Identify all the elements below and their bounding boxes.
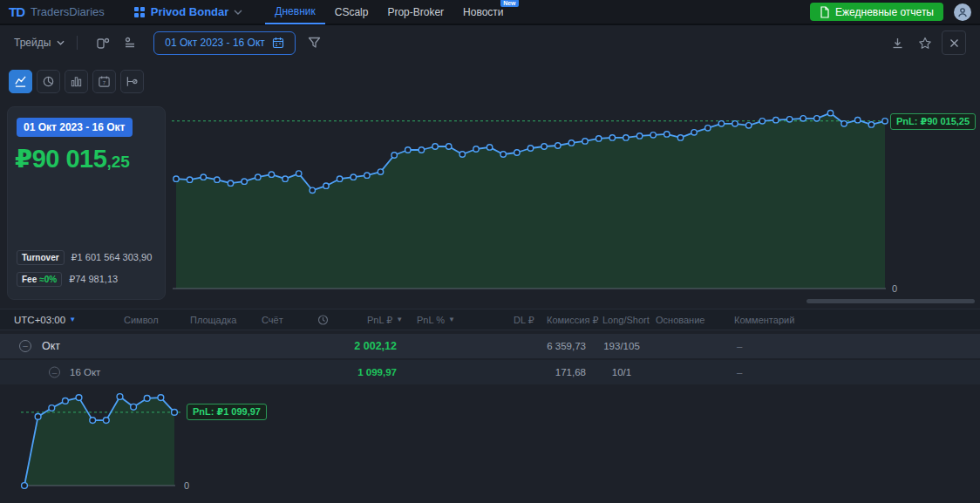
tab-diary[interactable]: Дневник bbox=[265, 0, 324, 24]
duration-clock-icon[interactable] bbox=[317, 314, 329, 325]
row-label: 16 Окт bbox=[70, 367, 100, 377]
row-pnl-value: 1 099,97 bbox=[310, 367, 397, 377]
row-long-short: 10/1 bbox=[578, 367, 665, 377]
column-header-dl: DL ₽ bbox=[514, 314, 534, 325]
row-label: Окт bbox=[42, 340, 60, 352]
column-header-commission: Комиссия ₽ bbox=[547, 314, 598, 325]
new-badge: New bbox=[500, 0, 518, 7]
filters-toolbar: Трейды 01 Окт 2023 - 16 Окт bbox=[0, 27, 980, 58]
column-header-comment: Комментарий bbox=[734, 315, 794, 325]
tab-news[interactable]: Новости New bbox=[453, 0, 513, 24]
column-header-symbol: Символ bbox=[124, 315, 159, 325]
workspace-grid-icon bbox=[134, 7, 145, 17]
card-stats: Turnover ₽1 601 564 303,90 Fee≈0% ₽74 98… bbox=[17, 250, 160, 287]
trades-table-header: UTC+03:00▼ Символ Площадка Счёт PnL ₽▼ P… bbox=[0, 309, 980, 330]
pnl-summary-card: 01 Окт 2023 - 16 Окт ₽90 015,25 Turnover… bbox=[7, 106, 166, 300]
caret-down-icon: ▼ bbox=[69, 316, 76, 323]
list-view-icon[interactable] bbox=[123, 36, 137, 50]
total-pnl-value: ₽90 015,25 bbox=[15, 144, 130, 173]
tab-cscalp[interactable]: CScalp bbox=[325, 0, 378, 24]
trades-mode-dropdown[interactable]: Трейды bbox=[14, 37, 65, 49]
horizontal-scrollbar[interactable] bbox=[806, 299, 975, 303]
timezone-dropdown[interactable]: UTC+03:00▼ bbox=[14, 315, 76, 325]
favorite-star-icon[interactable] bbox=[914, 31, 936, 54]
row-commission-value: 6 359,73 bbox=[499, 341, 586, 351]
svg-text:0: 0 bbox=[892, 283, 897, 294]
chart-type-tabs: 7 bbox=[9, 70, 144, 93]
fee-value: ₽74 981,13 bbox=[69, 274, 118, 285]
app-logo-text: TradersDiaries bbox=[31, 5, 105, 18]
mini-chart-pnl-badge: PnL: ₽1 099,97 bbox=[187, 404, 267, 420]
workspace-name: Privod Bondar bbox=[151, 5, 229, 18]
fee-label: Fee≈0% bbox=[17, 272, 62, 287]
daily-reports-button[interactable]: Ежедневные отчеты bbox=[810, 3, 943, 21]
row-commission-value: 171,68 bbox=[499, 367, 586, 377]
column-header-pnl-pct[interactable]: PnL %▼ bbox=[417, 315, 455, 325]
svg-text:7: 7 bbox=[103, 79, 106, 85]
line-chart-icon[interactable] bbox=[9, 70, 32, 93]
topbar: TD TradersDiaries Privod Bondar Дневник … bbox=[0, 0, 980, 25]
row-comment: – bbox=[737, 341, 742, 351]
column-header-basis: Основание bbox=[656, 315, 704, 325]
download-icon[interactable] bbox=[886, 31, 909, 54]
collapse-minus-icon[interactable]: – bbox=[49, 367, 60, 378]
fee-row: Fee≈0% ₽74 981,13 bbox=[17, 272, 160, 287]
calendar-icon bbox=[272, 37, 284, 49]
svg-text:0: 0 bbox=[184, 480, 189, 491]
main-chart-pnl-badge: PnL: ₽90 015,25 bbox=[890, 113, 976, 130]
app-logo-icon[interactable]: TD bbox=[9, 4, 24, 19]
row-long-short: 193/105 bbox=[578, 341, 665, 351]
distribution-chart-icon[interactable] bbox=[120, 70, 144, 93]
table-row-month[interactable]: – Окт 2 002,12 6 359,73 193/105 – bbox=[0, 334, 980, 358]
filter-funnel-icon[interactable] bbox=[308, 37, 321, 49]
chevron-down-icon bbox=[234, 10, 242, 15]
turnover-value: ₽1 601 564 303,90 bbox=[71, 252, 153, 263]
caret-down-icon: ▼ bbox=[448, 316, 455, 323]
column-header-venue: Площадка bbox=[190, 315, 236, 325]
tab-prop-broker[interactable]: Prop-Broker bbox=[378, 0, 453, 24]
turnover-row: Turnover ₽1 601 564 303,90 bbox=[17, 250, 160, 265]
caret-down-icon: ▼ bbox=[396, 316, 403, 323]
cards-view-icon[interactable] bbox=[96, 36, 111, 50]
topbar-right: Ежедневные отчеты bbox=[810, 3, 971, 21]
app-root: 00 TD TradersDiaries Privod Bondar Дневн… bbox=[0, 0, 980, 503]
row-pnl-value: 2 002,12 bbox=[310, 340, 397, 352]
divider bbox=[77, 36, 78, 50]
row-comment: – bbox=[737, 367, 742, 377]
close-icon[interactable] bbox=[942, 31, 966, 55]
table-row-day[interactable]: – 16 Окт 1 099,97 171,68 10/1 – bbox=[0, 360, 980, 384]
document-icon bbox=[820, 6, 830, 18]
person-icon bbox=[957, 7, 968, 17]
main-nav-tabs: Дневник CScalp Prop-Broker Новости New bbox=[265, 0, 513, 24]
column-header-pnl-rub[interactable]: PnL ₽▼ bbox=[367, 314, 403, 325]
user-avatar[interactable] bbox=[954, 3, 971, 21]
collapse-minus-icon[interactable]: – bbox=[19, 340, 31, 352]
toolbar-right bbox=[886, 31, 966, 55]
column-header-long-short: Long/Short bbox=[602, 315, 650, 325]
workspace-selector[interactable]: Privod Bondar bbox=[134, 5, 243, 18]
calendar-week-icon[interactable]: 7 bbox=[92, 70, 116, 93]
bar-chart-icon[interactable] bbox=[65, 70, 88, 93]
turnover-label: Turnover bbox=[17, 250, 65, 265]
date-range-picker[interactable]: 01 Окт 2023 - 16 Окт bbox=[153, 31, 296, 55]
chevron-down-icon bbox=[57, 40, 65, 45]
column-header-account: Счёт bbox=[262, 315, 283, 325]
pie-chart-icon[interactable] bbox=[37, 70, 60, 93]
period-badge: 01 Окт 2023 - 16 Окт bbox=[17, 118, 133, 137]
